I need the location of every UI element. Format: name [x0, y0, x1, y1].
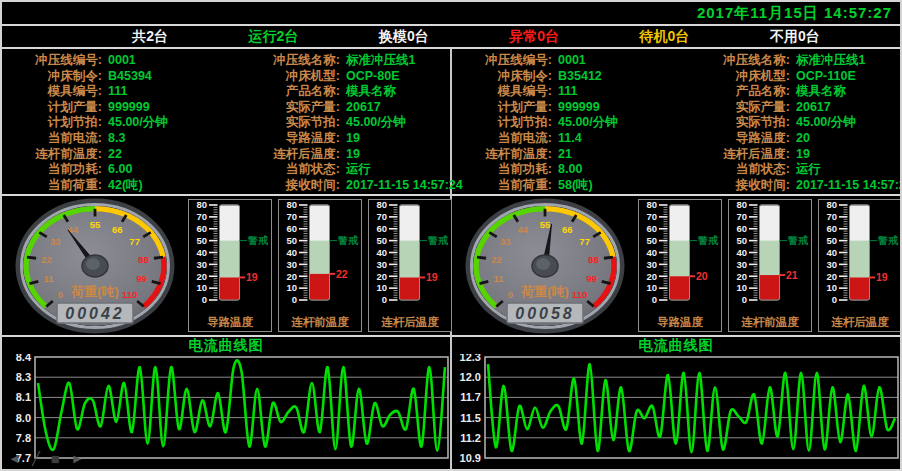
- info-label: 连杆前温度:: [452, 147, 552, 163]
- svg-text:80: 80: [736, 200, 747, 210]
- info-value: 111: [552, 84, 684, 100]
- svg-text:80: 80: [646, 200, 657, 210]
- warn-threshold-label: 警戒: [337, 235, 359, 246]
- svg-text:10: 10: [196, 282, 207, 293]
- info-value: B45394: [102, 69, 234, 85]
- svg-text:60: 60: [376, 223, 387, 234]
- thermometer-svg: 01020304050607080警戒22: [279, 200, 361, 311]
- thermo-name: 连杆后温度: [369, 315, 451, 330]
- titlebar: 2017年11月15日 14:57:27: [2, 2, 900, 26]
- svg-text:40: 40: [196, 247, 207, 258]
- info-label: 当前功耗:: [2, 162, 102, 178]
- svg-text:70: 70: [376, 211, 387, 222]
- info-value: 20: [790, 131, 902, 147]
- svg-text:20: 20: [196, 271, 207, 282]
- svg-text:12.3: 12.3: [460, 354, 481, 363]
- svg-text:10: 10: [736, 282, 747, 293]
- svg-text:40: 40: [286, 247, 297, 258]
- info-label: 产品名称:: [234, 84, 340, 100]
- svg-text:44: 44: [67, 224, 78, 235]
- info-label: 当前功耗:: [452, 162, 552, 178]
- scroll-right-icon[interactable]: ►: [71, 452, 84, 466]
- status-standby: 待机0台: [640, 28, 690, 46]
- thermometer-svg: 01020304050607080警戒21: [729, 200, 811, 311]
- current-curve: [38, 360, 445, 450]
- info-value: 2017-11-15 14:57:24: [790, 178, 902, 194]
- info-value: OCP-110E: [790, 69, 902, 85]
- info-value: 999999: [552, 100, 684, 116]
- svg-text:10: 10: [826, 282, 837, 293]
- info-label: 当前电流:: [2, 131, 102, 147]
- svg-text:70: 70: [286, 211, 297, 222]
- info-grid: 冲压线编号:0001冲压线名称:标准冲压线1冲床制令:B35412冲床机型:OC…: [452, 49, 900, 196]
- svg-text:20: 20: [286, 271, 297, 282]
- thermo-value: 22: [336, 268, 348, 280]
- info-value: 6.00: [102, 162, 234, 178]
- svg-text:40: 40: [736, 247, 747, 258]
- info-value: 45.00/分钟: [790, 115, 902, 131]
- svg-text:10: 10: [376, 282, 387, 293]
- info-value: 标准冲压线1: [340, 53, 463, 69]
- svg-text:40: 40: [826, 247, 837, 258]
- thermometer-导路温度: 01020304050607080警戒19导路温度: [188, 199, 272, 332]
- svg-text:50: 50: [826, 235, 837, 246]
- svg-text:80: 80: [826, 200, 837, 210]
- info-label: 当前电流:: [452, 131, 552, 147]
- svg-text:11.7: 11.7: [460, 391, 481, 403]
- svg-text:10.9: 10.9: [460, 452, 481, 464]
- thermometer-svg: 01020304050607080警戒19: [819, 200, 901, 311]
- svg-text:12.0: 12.0: [460, 371, 481, 383]
- svg-text:60: 60: [826, 223, 837, 234]
- info-value: OCP-80E: [340, 69, 463, 85]
- info-label: 计划节拍:: [2, 115, 102, 131]
- status-mold-change: 换模0台: [379, 28, 429, 46]
- info-label: 实际节拍:: [234, 115, 340, 131]
- info-grid: 冲压线编号:0001冲压线名称:标准冲压线1冲床制令:B45394冲床机型:OC…: [2, 49, 450, 196]
- svg-text:20: 20: [826, 271, 837, 282]
- svg-text:80: 80: [286, 200, 297, 210]
- info-label: 产品名称:: [684, 84, 790, 100]
- load-gauge: 0112233445566778899110荷重(吨)00042: [6, 198, 186, 335]
- svg-text:8.0: 8.0: [16, 412, 31, 424]
- svg-text:0: 0: [832, 294, 837, 305]
- gauge-unit-label: 荷重(吨): [70, 284, 119, 299]
- svg-text:40: 40: [376, 247, 387, 258]
- meters-row: 0112233445566778899110荷重(吨)00042 0102030…: [2, 196, 450, 337]
- svg-text:10: 10: [646, 282, 657, 293]
- datetime-clock: 2017年11月15日 14:57:27: [697, 4, 892, 21]
- pencil-icon[interactable]: ╱: [32, 452, 40, 466]
- svg-text:80: 80: [376, 200, 387, 210]
- stop-icon[interactable]: ■: [51, 452, 60, 466]
- svg-text:60: 60: [646, 223, 657, 234]
- svg-text:70: 70: [736, 211, 747, 222]
- svg-text:60: 60: [196, 223, 207, 234]
- thermometer-连杆前温度: 01020304050607080警戒22连杆前温度: [278, 199, 362, 332]
- gauge-digital-readout: 00042: [65, 305, 125, 322]
- status-bar: 共2台运行2台换模0台异常0台待机0台不用0台: [2, 26, 900, 49]
- info-value: 2017-11-15 14:57:24: [340, 178, 463, 194]
- svg-text:0: 0: [202, 294, 207, 305]
- info-value: 42(吨): [102, 178, 234, 194]
- svg-text:70: 70: [196, 211, 207, 222]
- svg-text:22: 22: [491, 254, 502, 265]
- info-label: 当前状态:: [684, 162, 790, 178]
- svg-text:88: 88: [588, 254, 599, 265]
- svg-text:40: 40: [646, 247, 657, 258]
- svg-text:60: 60: [286, 223, 297, 234]
- info-label: 模具编号:: [452, 84, 552, 100]
- svg-text:66: 66: [562, 224, 573, 235]
- info-label: 实际产量:: [684, 100, 790, 116]
- meters-row: 0112233445566778899110荷重(吨)00058 0102030…: [452, 196, 900, 337]
- info-value: 19: [790, 147, 902, 163]
- svg-text:80: 80: [196, 200, 207, 210]
- info-value: 45.00/分钟: [340, 115, 463, 131]
- thermometer-svg: 01020304050607080警戒20: [639, 200, 721, 311]
- svg-text:77: 77: [129, 236, 140, 247]
- svg-text:70: 70: [826, 211, 837, 222]
- svg-text:0: 0: [742, 294, 747, 305]
- svg-text:8.4: 8.4: [16, 354, 32, 363]
- info-label: 连杆后温度:: [684, 147, 790, 163]
- info-label: 模具编号:: [2, 84, 102, 100]
- svg-text:30: 30: [196, 259, 207, 270]
- scroll-left-icon[interactable]: ◄: [8, 452, 21, 466]
